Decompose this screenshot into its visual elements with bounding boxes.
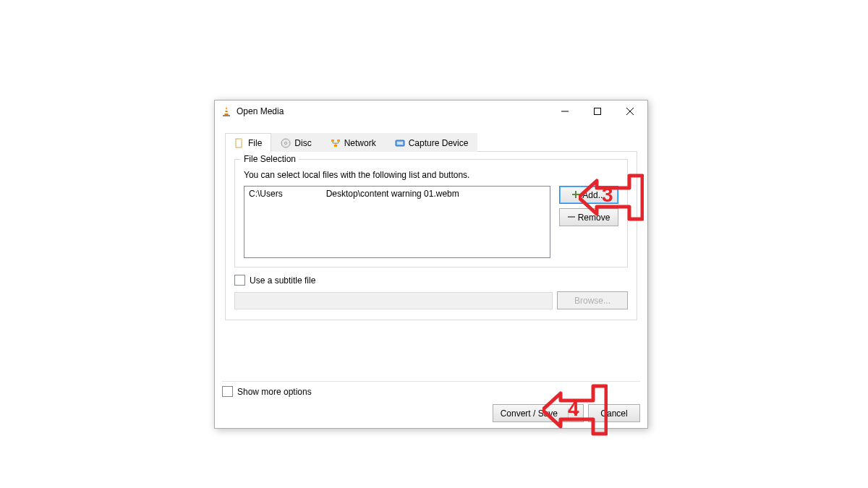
close-button[interactable] [613, 101, 646, 121]
file-list[interactable]: C:\Users Desktop\content warning 01.webm [244, 186, 550, 258]
button-label: Remove [578, 213, 610, 223]
window-title: Open Media [237, 106, 548, 116]
subtitle-path-input [234, 292, 553, 309]
button-label: Browse... [574, 296, 610, 306]
svg-point-11 [285, 142, 287, 145]
subtitle-label: Use a subtitle file [250, 275, 315, 286]
help-text: You can select local files with the foll… [244, 170, 618, 180]
svg-rect-5 [594, 108, 600, 115]
svg-rect-2 [224, 112, 229, 114]
list-item[interactable]: C:\Users Desktop\content warning 01.webm [249, 189, 545, 199]
titlebar: Open Media [215, 100, 647, 122]
dropdown-arrow-icon[interactable] [568, 408, 583, 419]
tab-label: Disc [294, 138, 311, 148]
open-media-dialog: Open Media File Disc Network Capture Dev… [214, 100, 648, 429]
tab-label: Capture Device [409, 138, 469, 148]
show-more-label: Show more options [237, 387, 312, 397]
disc-icon [281, 138, 291, 148]
tab-label: Network [344, 138, 376, 148]
tab-capture[interactable]: Capture Device [386, 133, 478, 152]
cancel-button[interactable]: Cancel [588, 404, 640, 422]
plus-icon [572, 190, 579, 200]
svg-rect-13 [337, 140, 340, 142]
bottom-bar: Show more options Convert / Save Cancel [222, 381, 640, 422]
svg-rect-12 [331, 140, 334, 142]
tab-disc[interactable]: Disc [271, 133, 320, 152]
svg-marker-20 [573, 412, 579, 416]
tab-label: File [248, 138, 262, 148]
subtitle-check-row: Use a subtitle file [234, 275, 628, 286]
subtitle-checkbox[interactable] [234, 275, 245, 286]
group-legend: File Selection [241, 154, 299, 164]
tab-bar: File Disc Network Capture Device [225, 132, 637, 152]
maximize-button[interactable] [581, 101, 613, 121]
minus-icon [568, 213, 575, 223]
svg-rect-16 [397, 142, 403, 145]
file-panel: File Selection You can select local file… [225, 152, 637, 320]
tab-file[interactable]: File [225, 133, 271, 152]
minimize-button[interactable] [548, 101, 581, 121]
file-selection-group: File Selection You can select local file… [234, 159, 628, 267]
show-more-checkbox[interactable] [222, 386, 233, 397]
browse-button: Browse... [557, 291, 628, 309]
button-label: Add... [582, 190, 605, 200]
button-label: Cancel [600, 408, 627, 419]
add-button[interactable]: Add... [559, 186, 618, 204]
dialog-content: File Disc Network Capture Device File Se… [215, 122, 647, 325]
tab-network[interactable]: Network [321, 133, 386, 152]
button-label: Convert / Save [493, 408, 565, 419]
capture-icon [395, 138, 405, 148]
remove-button[interactable]: Remove [559, 208, 618, 226]
file-icon [234, 138, 244, 148]
vlc-icon [221, 106, 232, 117]
network-icon [331, 138, 341, 148]
svg-rect-8 [236, 139, 242, 147]
svg-rect-1 [225, 109, 229, 111]
svg-rect-3 [223, 115, 230, 116]
svg-rect-14 [334, 145, 337, 147]
svg-marker-0 [224, 106, 229, 116]
convert-save-button[interactable]: Convert / Save [493, 404, 584, 422]
